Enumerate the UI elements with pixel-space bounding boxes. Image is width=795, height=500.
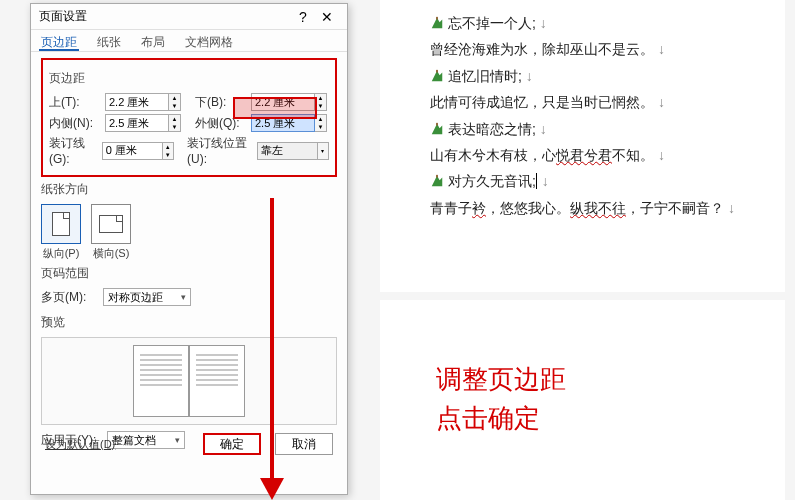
- preview-page-left: [133, 345, 189, 417]
- portrait-label: 纵向(P): [43, 246, 80, 261]
- document-area-top: 忘不掉一个人; ↓曾经沧海难为水，除却巫山不是云。 ↓追忆旧情时; ↓此情可待成…: [380, 0, 785, 292]
- spin-gutter[interactable]: ▲▼: [163, 142, 174, 160]
- svg-rect-2: [436, 122, 438, 125]
- select-gutter-pos[interactable]: 靠左: [257, 142, 318, 160]
- multi-value: 对称页边距: [108, 290, 163, 305]
- label-top: 上(T):: [49, 94, 105, 111]
- multi-page-row: 多页(M): 对称页边距 ▾: [41, 288, 337, 306]
- svg-rect-3: [436, 175, 438, 178]
- spin-top[interactable]: ▲▼: [169, 93, 181, 111]
- tab-margins[interactable]: 页边距: [39, 32, 79, 51]
- label-gutter: 装订线(G):: [49, 135, 102, 166]
- label-gutter-pos: 装订线位置(U):: [187, 135, 257, 166]
- annotation-line1: 调整页边距: [436, 360, 777, 399]
- multi-label: 多页(M):: [41, 289, 97, 306]
- preview-box: [41, 337, 337, 425]
- label-inner: 内侧(N):: [49, 115, 105, 132]
- input-top[interactable]: 2.2 厘米: [105, 93, 169, 111]
- ok-button[interactable]: 确定: [203, 433, 261, 455]
- input-inner[interactable]: 2.5 厘米: [105, 114, 169, 132]
- portrait-button[interactable]: [41, 204, 81, 244]
- spin-inner[interactable]: ▲▼: [169, 114, 181, 132]
- tab-paper[interactable]: 纸张: [95, 32, 123, 51]
- annotation-line2: 点击确定: [436, 399, 777, 438]
- multi-dropdown[interactable]: 对称页边距 ▾: [103, 288, 191, 306]
- cancel-button[interactable]: 取消: [275, 433, 333, 455]
- landscape-icon: [99, 215, 123, 233]
- tabs: 页边距 纸张 布局 文档网格: [31, 30, 347, 52]
- doc-line: 表达暗恋之情; ↓: [430, 118, 777, 140]
- landscape-label: 横向(S): [93, 246, 130, 261]
- section-margins-title: 页边距: [49, 70, 329, 87]
- help-button[interactable]: ?: [291, 9, 315, 25]
- doc-line: 山有木兮木有枝，心悦君兮君不知。 ↓: [430, 144, 777, 166]
- landscape-button[interactable]: [91, 204, 131, 244]
- document-area-bottom: 调整页边距 点击确定: [380, 300, 785, 500]
- section-orientation-title: 纸张方向: [41, 181, 337, 198]
- page-setup-dialog: 页面设置 ? ✕ 页边距 纸张 布局 文档网格 页边距 上(T): 2.2 厘米…: [30, 3, 348, 495]
- dd-gutter-pos[interactable]: ▾: [318, 142, 329, 160]
- svg-rect-1: [436, 70, 438, 73]
- outer-value-highlight: [233, 97, 317, 119]
- input-gutter[interactable]: 0 厘米: [102, 142, 163, 160]
- set-default-link[interactable]: 设为默认值(D): [45, 437, 115, 452]
- chevron-down-icon: ▾: [181, 292, 186, 302]
- preview-page-right: [189, 345, 245, 417]
- tab-layout[interactable]: 布局: [139, 32, 167, 51]
- titlebar: 页面设置 ? ✕: [31, 4, 347, 30]
- orientation-group: 纵向(P) 横向(S): [41, 204, 337, 261]
- section-preview-title: 预览: [41, 314, 337, 331]
- doc-line: 此情可待成追忆，只是当时已惘然。 ↓: [430, 91, 777, 113]
- tab-grid[interactable]: 文档网格: [183, 32, 235, 51]
- orientation-portrait[interactable]: 纵向(P): [41, 204, 81, 261]
- dialog-title: 页面设置: [39, 8, 291, 25]
- doc-line: 青青子衿，悠悠我心。纵我不往，子宁不嗣音？ ↓: [430, 197, 777, 219]
- doc-line: 追忆旧情时; ↓: [430, 65, 777, 87]
- section-pages-title: 页码范围: [41, 265, 337, 282]
- dialog-button-row: 设为默认值(D) 确定 取消: [31, 433, 347, 455]
- portrait-icon: [52, 212, 70, 236]
- doc-line: 曾经沧海难为水，除却巫山不是云。 ↓: [430, 38, 777, 60]
- doc-line: 忘不掉一个人; ↓: [430, 12, 777, 34]
- orientation-landscape[interactable]: 横向(S): [91, 204, 131, 261]
- close-button[interactable]: ✕: [315, 9, 339, 25]
- doc-line: 对方久无音讯; ↓: [430, 170, 777, 192]
- svg-rect-0: [436, 17, 438, 20]
